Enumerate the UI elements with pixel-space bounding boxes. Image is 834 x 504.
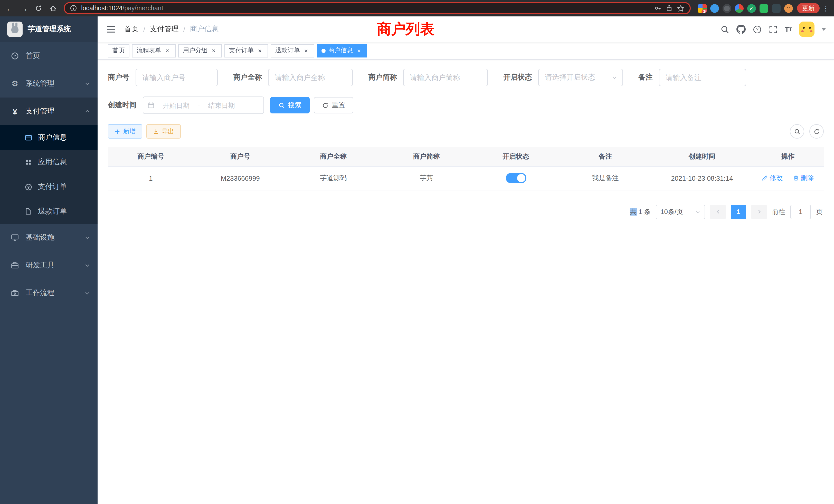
yen-icon: ¥ <box>10 107 20 116</box>
sidebar-item-app-info[interactable]: 应用信息 <box>0 150 97 175</box>
help-icon[interactable]: ? <box>753 25 762 33</box>
tab-pay-order[interactable]: 支付订单× <box>224 44 268 57</box>
menu-fold-icon[interactable] <box>106 24 116 35</box>
refresh-table-button[interactable] <box>809 124 824 139</box>
tab-refund-order[interactable]: 退款订单× <box>271 44 314 57</box>
password-key-icon[interactable] <box>654 5 661 12</box>
chevron-down-icon <box>84 290 90 296</box>
bookmark-star-icon[interactable] <box>677 4 684 12</box>
credit-card-icon <box>24 134 33 141</box>
tab-merchant-info[interactable]: 商户信息× <box>317 44 367 57</box>
avatar-caret-icon[interactable] <box>822 28 826 30</box>
extension-icon[interactable] <box>710 4 719 13</box>
status-select[interactable]: 请选择开启状态 <box>538 69 623 86</box>
breadcrumb-item-payment[interactable]: 支付管理 <box>150 25 179 34</box>
check-icon: ✓ <box>747 4 756 13</box>
sidebar-item-home[interactable]: 首页 <box>0 42 97 70</box>
sidebar: 芋道管理系统 首页 ⚙ 系统管理 ¥ <box>0 17 97 504</box>
font-size-icon[interactable]: TT <box>785 25 792 33</box>
short-name-input[interactable] <box>403 69 488 86</box>
remark-input[interactable] <box>659 69 746 86</box>
close-icon[interactable]: × <box>210 47 217 54</box>
extension-icon[interactable]: ✓ <box>747 4 756 13</box>
tab-label: 流程表单 <box>137 46 161 55</box>
reload-button[interactable] <box>32 2 45 15</box>
forward-button[interactable]: → <box>18 2 31 15</box>
filter-create-time: 创建时间 - <box>108 96 264 114</box>
logo-avatar <box>7 22 23 37</box>
delete-link[interactable]: 删除 <box>793 174 814 183</box>
chevron-down-icon <box>612 75 617 80</box>
github-icon[interactable] <box>737 25 746 34</box>
browser-menu-kebab-icon[interactable]: ⋮ <box>821 4 831 12</box>
extensions-icon[interactable]: 10 <box>698 4 707 13</box>
sidebar-item-pay-order[interactable]: 支付订单 <box>0 175 97 199</box>
breadcrumb-item-home[interactable]: 首页 <box>124 25 139 34</box>
sidebar-item-merchant-info[interactable]: 商户信息 <box>0 125 97 150</box>
dashboard-icon <box>10 52 20 60</box>
page-size-select[interactable]: 10条/页 <box>656 205 705 219</box>
sidebar-item-infrastructure[interactable]: 基础设施 <box>0 224 97 251</box>
home-button[interactable] <box>46 2 60 15</box>
extension-icon[interactable] <box>760 4 768 13</box>
close-icon[interactable]: × <box>256 47 263 54</box>
search-button-label: 搜索 <box>288 100 302 110</box>
url-text[interactable]: localhost:1024/pay/merchant <box>81 5 650 12</box>
show-search-button[interactable] <box>790 124 804 139</box>
filter-label: 开启状态 <box>503 73 532 82</box>
close-icon[interactable]: × <box>303 47 310 54</box>
chevron-right-icon <box>756 209 762 214</box>
sidebar-item-payment[interactable]: ¥ 支付管理 <box>0 97 97 125</box>
prev-page-button[interactable] <box>710 205 726 219</box>
date-start-input[interactable] <box>157 101 196 109</box>
sidebar-item-system[interactable]: ⚙ 系统管理 <box>0 70 97 97</box>
status-toggle[interactable] <box>506 173 526 183</box>
tab-process-form[interactable]: 流程表单× <box>132 44 176 57</box>
add-button[interactable]: 新增 <box>108 124 142 139</box>
profile-avatar[interactable] <box>784 4 793 13</box>
chevron-left-icon <box>715 209 721 214</box>
tab-home[interactable]: 首页 <box>108 44 129 57</box>
export-button[interactable]: 导出 <box>146 124 181 139</box>
search-icon[interactable] <box>721 25 729 33</box>
merchant-full-name-cell: 芋道源码 <box>287 166 380 190</box>
filter-short-name: 商户简称 <box>368 69 488 86</box>
goto-page-input[interactable] <box>790 205 811 219</box>
extension-icon[interactable] <box>723 4 731 13</box>
table-header-row: 商户编号 商户号 商户全称 商户简称 开启状态 备注 创建时间 操作 <box>108 147 824 166</box>
address-bar[interactable]: localhost:1024/pay/merchant <box>64 2 691 14</box>
back-button[interactable]: ← <box>3 2 17 15</box>
chrome-update-button[interactable]: 更新 <box>797 3 820 13</box>
reset-button[interactable]: 重置 <box>314 97 353 113</box>
full-name-input[interactable] <box>268 69 353 86</box>
sidebar-item-workflow[interactable]: 工作流程 <box>0 279 97 307</box>
calendar-icon <box>147 101 155 109</box>
merchant-no-input[interactable] <box>136 69 218 86</box>
next-page-button[interactable] <box>751 205 767 219</box>
extension-icon[interactable] <box>735 4 744 13</box>
filter-label: 商户简称 <box>368 73 397 82</box>
site-info-icon[interactable] <box>70 5 77 12</box>
tab-user-group[interactable]: 用户分组× <box>178 44 222 57</box>
close-icon[interactable]: × <box>164 47 171 54</box>
tab-label: 支付订单 <box>229 46 254 55</box>
search-button[interactable]: 搜索 <box>270 97 310 113</box>
page-number-button[interactable]: 1 <box>731 205 746 219</box>
chevron-down-icon <box>84 81 90 87</box>
sidebar-item-label: 应用信息 <box>38 158 67 167</box>
extension-icon[interactable] <box>772 4 781 13</box>
browser-window: ← → localhost:1024/pay/merchant <box>0 0 834 504</box>
fullscreen-icon[interactable] <box>769 25 777 33</box>
navbar-actions: ? TT <box>721 22 826 37</box>
app-logo[interactable]: 芋道管理系统 <box>0 17 97 42</box>
date-end-input[interactable] <box>202 101 241 109</box>
filter-full-name: 商户全称 <box>233 69 353 86</box>
close-icon[interactable]: × <box>355 47 363 54</box>
user-avatar[interactable] <box>799 22 814 37</box>
sidebar-item-dev-tools[interactable]: 研发工具 <box>0 251 97 279</box>
create-time-range-picker[interactable]: - <box>143 96 264 114</box>
share-icon[interactable] <box>665 5 673 12</box>
table-header-cell: 商户编号 <box>108 147 194 166</box>
edit-link[interactable]: 修改 <box>762 174 783 183</box>
sidebar-item-refund-order[interactable]: 退款订单 <box>0 199 97 224</box>
